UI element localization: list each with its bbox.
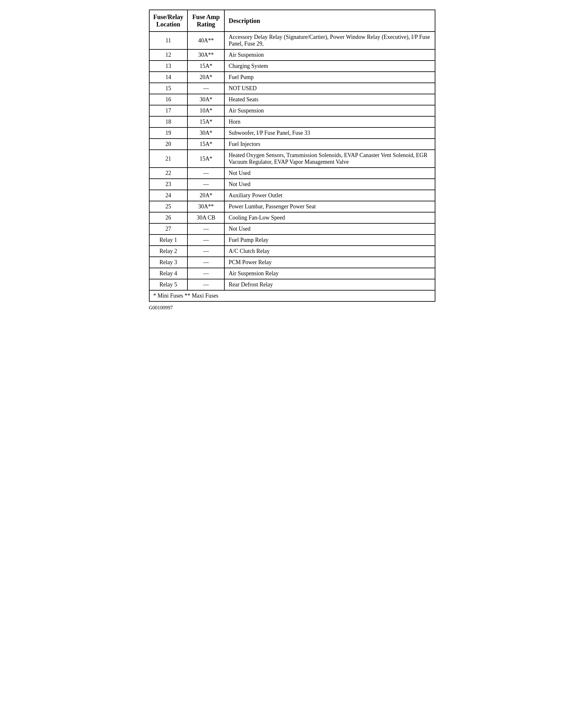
table-row: 22—Not Used (149, 167, 435, 179)
cell-rating: — (188, 279, 225, 290)
table-row: 2115A*Heated Oxygen Sensors, Transmissio… (149, 150, 435, 167)
cell-rating: — (188, 223, 225, 234)
cell-location: 22 (149, 167, 188, 179)
cell-location: 14 (149, 72, 188, 83)
cell-rating: — (188, 245, 225, 257)
cell-description: Auxiliary Power Outlet (224, 190, 435, 201)
cell-description: Air Suspension (224, 105, 435, 116)
cell-description: Cooling Fan-Low Speed (224, 212, 435, 223)
cell-location: 20 (149, 138, 188, 150)
cell-rating: 10A* (188, 105, 225, 116)
table-row: 1815A*Horn (149, 116, 435, 127)
cell-location: 18 (149, 116, 188, 127)
cell-description: Charging System (224, 60, 435, 72)
table-row: 1140A**Accessory Delay Relay (Signature/… (149, 31, 435, 49)
fuse-relay-table: Fuse/RelayLocation Fuse AmpRating Descri… (149, 9, 435, 302)
cell-rating: 15A* (188, 116, 225, 127)
table-row: 2630A CBCooling Fan-Low Speed (149, 212, 435, 223)
header-rating: Fuse AmpRating (188, 10, 225, 31)
cell-location: Relay 1 (149, 234, 188, 245)
cell-location: Relay 2 (149, 245, 188, 257)
cell-location: 17 (149, 105, 188, 116)
cell-rating: — (188, 83, 225, 94)
cell-description: NOT USED (224, 83, 435, 94)
footer-row: * Mini Fuses ** Maxi Fuses (149, 290, 435, 302)
table-row: Relay 2—A/C Clutch Relay (149, 245, 435, 257)
cell-description: Fuel Pump Relay (224, 234, 435, 245)
cell-location: 26 (149, 212, 188, 223)
cell-description: Heated Seats (224, 94, 435, 105)
cell-rating: 30A** (188, 49, 225, 60)
cell-rating: 15A* (188, 60, 225, 72)
cell-rating: 30A* (188, 127, 225, 138)
cell-location: 24 (149, 190, 188, 201)
caption-text: G00100997 (149, 305, 435, 311)
table-row: Relay 3—PCM Power Relay (149, 257, 435, 268)
fuse-table-container: Fuse/RelayLocation Fuse AmpRating Descri… (149, 9, 435, 311)
cell-location: Relay 5 (149, 279, 188, 290)
cell-rating: 30A CB (188, 212, 225, 223)
cell-location: 23 (149, 179, 188, 190)
cell-description: A/C Clutch Relay (224, 245, 435, 257)
cell-rating: — (188, 167, 225, 179)
cell-location: Relay 3 (149, 257, 188, 268)
cell-location: 15 (149, 83, 188, 94)
cell-rating: 30A* (188, 94, 225, 105)
cell-location: 19 (149, 127, 188, 138)
table-row: 2015A*Fuel Injectors (149, 138, 435, 150)
cell-location: 27 (149, 223, 188, 234)
footer-text: * Mini Fuses ** Maxi Fuses (149, 290, 435, 302)
cell-description: Accessory Delay Relay (Signature/Cartier… (224, 31, 435, 49)
cell-description: Subwoofer, I/P Fuse Panel, Fuse 33 (224, 127, 435, 138)
cell-description: Horn (224, 116, 435, 127)
table-row: 15—NOT USED (149, 83, 435, 94)
cell-location: Relay 4 (149, 268, 188, 279)
cell-description: Rear Defrost Relay (224, 279, 435, 290)
table-row: 1420A*Fuel Pump (149, 72, 435, 83)
table-row: Relay 4—Air Suspension Relay (149, 268, 435, 279)
cell-rating: — (188, 257, 225, 268)
header-location: Fuse/RelayLocation (149, 10, 188, 31)
table-row: Relay 5—Rear Defrost Relay (149, 279, 435, 290)
cell-rating: 20A* (188, 72, 225, 83)
table-row: 1230A**Air Suspension (149, 49, 435, 60)
table-row: 23—Not Used (149, 179, 435, 190)
cell-description: Fuel Pump (224, 72, 435, 83)
cell-rating: 15A* (188, 138, 225, 150)
table-row: 1315A*Charging System (149, 60, 435, 72)
table-row: 1710A*Air Suspension (149, 105, 435, 116)
table-row: Relay 1—Fuel Pump Relay (149, 234, 435, 245)
cell-location: 12 (149, 49, 188, 60)
cell-rating: 20A* (188, 190, 225, 201)
cell-rating: — (188, 179, 225, 190)
cell-rating: 30A** (188, 201, 225, 212)
cell-location: 21 (149, 150, 188, 167)
cell-description: Not Used (224, 179, 435, 190)
cell-description: Air Suspension (224, 49, 435, 60)
cell-description: Air Suspension Relay (224, 268, 435, 279)
table-row: 27—Not Used (149, 223, 435, 234)
cell-rating: 40A** (188, 31, 225, 49)
cell-location: 11 (149, 31, 188, 49)
cell-description: Not Used (224, 167, 435, 179)
cell-description: PCM Power Relay (224, 257, 435, 268)
cell-location: 13 (149, 60, 188, 72)
table-row: 2530A**Power Lumbar, Passenger Power Sea… (149, 201, 435, 212)
cell-location: 16 (149, 94, 188, 105)
cell-description: Fuel Injectors (224, 138, 435, 150)
cell-location: 25 (149, 201, 188, 212)
cell-description: Not Used (224, 223, 435, 234)
header-description: Description (224, 10, 435, 31)
cell-description: Heated Oxygen Sensors, Transmission Sole… (224, 150, 435, 167)
cell-rating: 15A* (188, 150, 225, 167)
table-row: 1630A*Heated Seats (149, 94, 435, 105)
table-header-row: Fuse/RelayLocation Fuse AmpRating Descri… (149, 10, 435, 31)
cell-rating: — (188, 268, 225, 279)
table-row: 2420A*Auxiliary Power Outlet (149, 190, 435, 201)
cell-rating: — (188, 234, 225, 245)
table-row: 1930A*Subwoofer, I/P Fuse Panel, Fuse 33 (149, 127, 435, 138)
cell-description: Power Lumbar, Passenger Power Seat (224, 201, 435, 212)
